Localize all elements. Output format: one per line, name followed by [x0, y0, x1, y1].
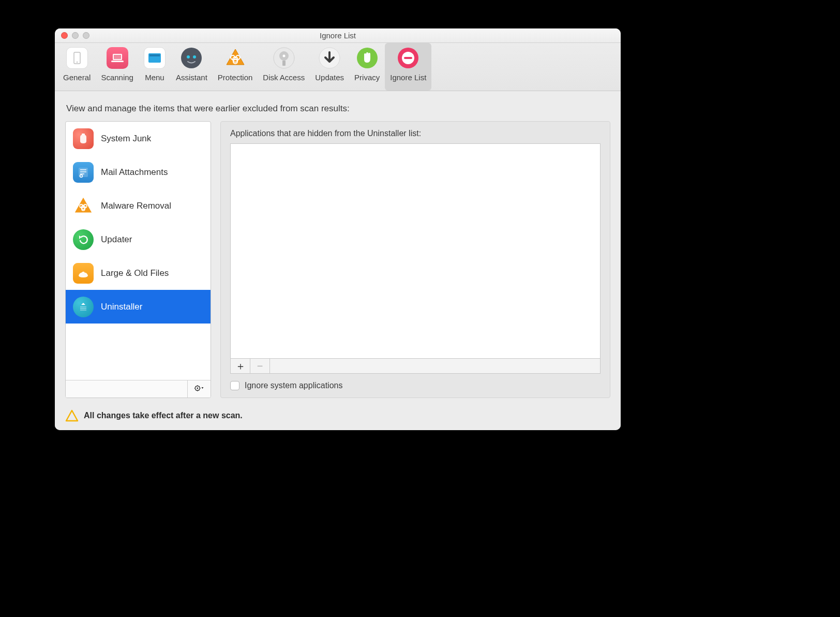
svg-rect-6 [149, 54, 160, 56]
category-label: Malware Removal [101, 201, 171, 211]
biohazard-icon [224, 47, 246, 69]
category-list: System Junk Mail Attachments [66, 122, 211, 380]
large-old-files-icon [73, 263, 94, 284]
mail-attachments-icon [73, 162, 94, 183]
tab-label: Updates [315, 73, 344, 82]
preferences-toolbar: General Scanning Menu [55, 43, 621, 91]
titlebar: Ignore List [55, 28, 621, 43]
category-large-old-files[interactable]: Large & Old Files [66, 256, 211, 290]
svg-point-16 [282, 55, 285, 57]
category-system-junk[interactable]: System Junk [66, 122, 211, 155]
category-label: Large & Old Files [101, 268, 169, 278]
tab-label: Privacy [354, 73, 380, 82]
list-toolbar: ＋ − [230, 358, 601, 374]
detail-title: Applications that are hidden from the Un… [230, 129, 601, 138]
zoom-button[interactable] [83, 32, 89, 39]
ignore-system-apps-checkbox[interactable] [230, 381, 239, 390]
category-label: Updater [101, 234, 132, 245]
category-updater[interactable]: Updater [66, 223, 211, 256]
tab-label: General [63, 73, 91, 82]
tab-scanning[interactable]: Scanning [96, 43, 139, 91]
updater-icon [73, 229, 94, 250]
category-actions-menu[interactable] [188, 380, 211, 398]
category-footer-spacer [66, 380, 188, 398]
warning-triangle-icon [65, 409, 79, 422]
download-arrow-icon [319, 47, 340, 69]
tab-label: Scanning [101, 73, 133, 82]
assistant-face-icon [181, 47, 202, 69]
monitor-icon [144, 47, 166, 69]
ignored-apps-list[interactable] [230, 143, 601, 358]
category-malware-removal[interactable]: Malware Removal [66, 189, 211, 223]
disk-icon [273, 47, 295, 69]
hand-stop-icon [356, 47, 378, 69]
svg-rect-17 [282, 61, 286, 66]
tab-ignore-list[interactable]: Ignore List [385, 43, 431, 91]
svg-point-1 [76, 62, 77, 63]
category-footer [66, 380, 211, 398]
category-label: Mail Attachments [101, 167, 168, 178]
phone-icon [66, 47, 88, 69]
rescan-notice: All changes take effect after a new scan… [65, 409, 610, 422]
remove-button[interactable]: − [250, 359, 270, 373]
tab-assistant[interactable]: Assistant [171, 43, 213, 91]
svg-rect-23 [82, 134, 85, 135]
svg-line-37 [199, 389, 199, 390]
add-button[interactable]: ＋ [231, 359, 250, 373]
gear-icon [194, 384, 204, 394]
category-mail-attachments[interactable]: Mail Attachments [66, 155, 211, 189]
svg-line-38 [199, 386, 199, 387]
ignore-system-apps-row[interactable]: Ignore system applications [230, 381, 601, 390]
notice-text: All changes take effect after a new scan… [84, 411, 243, 420]
page-headline: View and manage the items that were earl… [66, 104, 610, 114]
svg-rect-22 [404, 57, 412, 59]
tab-label: Assistant [176, 73, 207, 82]
tab-privacy[interactable]: Privacy [349, 43, 385, 91]
ignore-system-apps-label: Ignore system applications [245, 381, 342, 390]
system-junk-icon [73, 128, 94, 149]
laptop-scan-icon [107, 47, 128, 69]
minus-circle-icon [397, 47, 419, 69]
detail-panel: Applications that are hidden from the Un… [220, 121, 610, 398]
malware-removal-icon [73, 196, 94, 216]
category-label: System Junk [101, 134, 151, 144]
list-toolbar-spacer [270, 359, 600, 373]
window-controls [61, 32, 89, 39]
minus-icon: − [257, 360, 263, 372]
tab-label: Protection [218, 73, 253, 82]
tab-label: Menu [145, 73, 164, 82]
category-label: Uninstaller [101, 302, 142, 312]
tab-updates[interactable]: Updates [310, 43, 349, 91]
svg-point-31 [197, 387, 198, 389]
tab-menu[interactable]: Menu [139, 43, 171, 91]
preferences-window: Ignore List General Scanning [55, 28, 621, 430]
svg-point-7 [181, 48, 202, 68]
close-button[interactable] [61, 32, 68, 39]
svg-point-9 [193, 55, 196, 58]
category-uninstaller[interactable]: Uninstaller [66, 290, 211, 324]
tab-disk-access[interactable]: Disk Access [258, 43, 310, 91]
minimize-button[interactable] [72, 32, 79, 39]
window-title: Ignore List [320, 31, 356, 40]
svg-point-8 [187, 55, 190, 58]
plus-icon: ＋ [235, 359, 246, 373]
tab-label: Disk Access [263, 73, 305, 82]
svg-rect-3 [114, 55, 121, 59]
content-area: View and manage the items that were earl… [55, 91, 621, 430]
uninstaller-icon [73, 297, 94, 317]
tab-general[interactable]: General [58, 43, 96, 91]
category-panel: System Junk Mail Attachments [65, 121, 211, 398]
tab-protection[interactable]: Protection [213, 43, 258, 91]
svg-rect-4 [111, 61, 124, 62]
tab-label: Ignore List [390, 73, 426, 82]
svg-line-36 [196, 386, 196, 387]
svg-line-39 [196, 389, 196, 390]
